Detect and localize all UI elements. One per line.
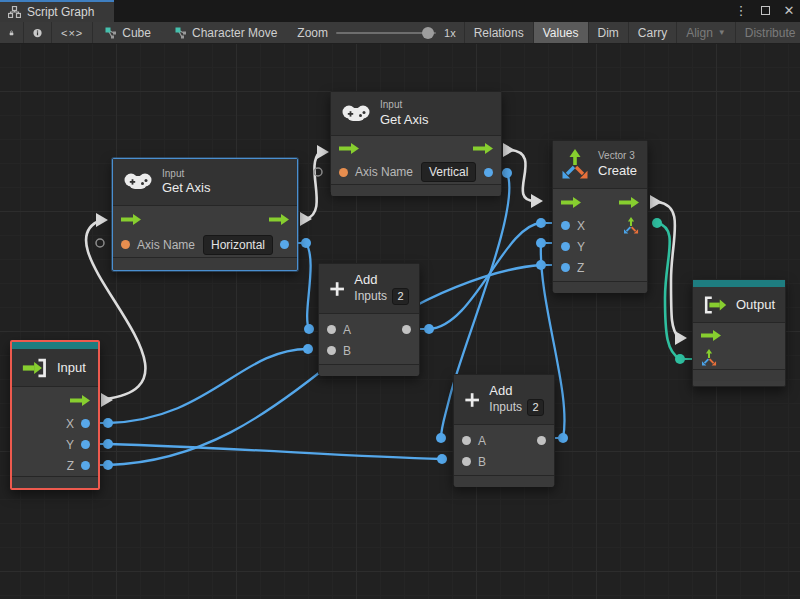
close-icon[interactable]: ✕ <box>782 0 796 22</box>
gamepad-icon <box>123 172 153 192</box>
breadcrumb-label: Cube <box>122 26 151 40</box>
flow-out-arrow-icon[interactable] <box>619 197 639 208</box>
flow-in-arrow-icon[interactable] <box>121 214 141 225</box>
node-add-1[interactable]: Add Inputs 2 A B <box>318 263 420 375</box>
values-button[interactable]: Values <box>534 22 589 43</box>
port-b-row: B <box>319 340 419 361</box>
zoom-control: Zoom 1x <box>289 22 463 43</box>
param-label: Axis Name <box>355 165 413 179</box>
node-subtitle: Input <box>162 168 210 181</box>
port-dot[interactable] <box>81 440 90 449</box>
axis-name-field[interactable]: Horizontal <box>203 235 273 255</box>
tab-title: Script Graph <box>27 5 94 19</box>
carry-button[interactable]: Carry <box>629 22 677 43</box>
window-controls: ⋮ ✕ <box>734 0 796 22</box>
flow-arrow-icon <box>701 330 721 341</box>
value-out-dot[interactable] <box>280 240 289 249</box>
port-a-row: A <box>319 319 419 340</box>
node-body: A B <box>454 425 554 472</box>
axis-name-row: Axis Name Vertical <box>331 160 501 184</box>
sum-out-dot[interactable] <box>402 325 411 334</box>
vector3-out-icon[interactable] <box>623 217 639 235</box>
port-x[interactable]: X <box>12 413 98 434</box>
chevron-down-icon: ▼ <box>718 28 726 37</box>
port-a-dot[interactable] <box>327 325 336 334</box>
node-footer <box>12 476 98 488</box>
flow-ports-row <box>113 206 297 232</box>
port-dot[interactable] <box>81 461 90 470</box>
code-view-button[interactable]: <×> <box>52 22 93 43</box>
node-footer <box>113 257 297 270</box>
node-footer <box>331 184 501 196</box>
node-body: Axis Name Horizontal <box>113 206 297 257</box>
port-b-row: B <box>454 451 554 472</box>
maximize-icon[interactable] <box>758 0 772 22</box>
string-port-dot[interactable] <box>339 168 348 177</box>
dim-button[interactable]: Dim <box>589 22 629 43</box>
plus-icon <box>464 388 480 412</box>
flow-out-arrow-icon[interactable] <box>473 143 493 154</box>
zoom-slider[interactable] <box>336 32 436 34</box>
input-unit-icon <box>22 358 48 378</box>
flow-ports-row <box>331 136 501 160</box>
node-title: Add <box>489 383 544 399</box>
node-accent-bar <box>693 280 785 287</box>
node-body: A B <box>319 314 419 361</box>
node-input[interactable]: Input X Y Z <box>10 340 100 490</box>
port-z[interactable]: Z <box>12 455 98 476</box>
inputs-count-field[interactable]: 2 <box>527 399 544 416</box>
port-b-dot[interactable] <box>327 346 336 355</box>
inputs-label: Inputs <box>489 400 522 415</box>
flow-in-arrow-icon[interactable] <box>339 143 359 154</box>
script-graph-window: Script Graph ⋮ ✕ <×> <box>0 0 800 599</box>
node-add-2[interactable]: Add Inputs 2 A B <box>453 374 555 486</box>
port-z-row: Z <box>553 257 647 278</box>
node-footer <box>693 369 785 381</box>
graph-node-icon <box>105 27 117 39</box>
port-a-row: A <box>454 430 554 451</box>
node-output[interactable]: Output <box>692 279 786 387</box>
relations-button[interactable]: Relations <box>464 22 534 43</box>
flow-arrow-icon <box>70 395 90 406</box>
distribute-dropdown[interactable]: Distribute▼ <box>736 22 800 43</box>
port-y[interactable]: Y <box>12 434 98 455</box>
node-header: Vector 3 Create <box>553 141 647 189</box>
flow-out-arrow-icon[interactable] <box>269 214 289 225</box>
port-z-dot[interactable] <box>561 263 570 272</box>
vector3-input-port[interactable] <box>693 347 785 369</box>
kebab-menu-icon[interactable]: ⋮ <box>734 0 748 22</box>
node-get-axis-horizontal[interactable]: Input Get Axis Axis Name Horizontal <box>112 158 298 271</box>
port-x-dot[interactable] <box>561 221 570 230</box>
node-get-axis-vertical[interactable]: Input Get Axis Axis Name Vertical <box>330 91 502 193</box>
port-a-dot[interactable] <box>462 436 471 445</box>
vector3-icon <box>561 149 589 181</box>
flow-in-arrow-icon[interactable] <box>561 197 581 208</box>
axis-name-field[interactable]: Vertical <box>421 162 476 182</box>
flow-output-port[interactable] <box>12 387 98 413</box>
tab-strip: Script Graph ⋮ ✕ <box>0 0 800 22</box>
node-footer <box>319 364 419 376</box>
zoom-slider-handle[interactable] <box>422 27 434 39</box>
flow-input-port[interactable] <box>693 323 785 347</box>
info-button[interactable] <box>24 22 52 43</box>
zoom-value: 1x <box>444 27 456 39</box>
value-out-dot[interactable] <box>484 168 493 177</box>
lock-button[interactable] <box>0 22 24 43</box>
port-y-dot[interactable] <box>561 242 570 251</box>
inputs-count-field[interactable]: 2 <box>392 288 409 305</box>
string-port-dot[interactable] <box>121 240 130 249</box>
align-dropdown[interactable]: Align▼ <box>677 22 736 43</box>
sum-out-dot[interactable] <box>537 436 546 445</box>
tab-script-graph[interactable]: Script Graph <box>0 0 114 22</box>
graph-node-icon <box>175 27 187 39</box>
breadcrumb-character-move[interactable]: Character Move <box>163 22 289 43</box>
port-b-dot[interactable] <box>462 457 471 466</box>
node-title: Create <box>598 163 637 179</box>
plus-icon <box>329 277 345 301</box>
port-dot[interactable] <box>81 419 90 428</box>
node-vector3-create[interactable]: Vector 3 Create X Y <box>552 140 648 292</box>
breadcrumb-cube[interactable]: Cube <box>93 22 163 43</box>
node-title: Get Axis <box>380 112 428 128</box>
zoom-label: Zoom <box>297 26 328 40</box>
node-accent-bar <box>12 342 98 349</box>
